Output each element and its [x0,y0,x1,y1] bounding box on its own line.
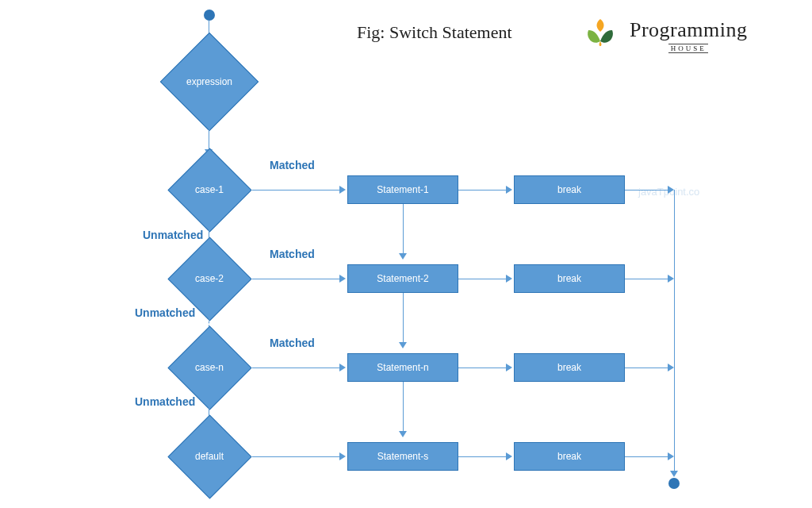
stmtn-node: Statement-n [347,353,458,382]
arrow-right-icon [668,364,674,371]
unmatched-label: Unmatched [135,306,195,319]
break2-node: break [514,264,625,293]
arrow-right-icon [339,364,346,371]
connector [252,279,341,279]
connector [252,456,341,457]
brand-logo: Programming HOUSE [579,14,748,57]
connector [458,190,508,190]
arrow-right-icon [339,452,346,460]
breaks-label: break [557,451,581,462]
stmt2-label: Statement-2 [377,273,428,284]
breaks-node: break [514,442,625,471]
arrow-right-icon [339,275,346,283]
end-node [668,478,680,489]
arrow-right-icon [506,275,512,283]
expression-node: expression [162,54,257,110]
breakn-node: break [514,353,625,382]
break1-node: break [514,175,625,204]
connector [458,368,508,368]
matched-label: Matched [270,337,315,349]
flowchart-canvas: Fig: Switch Statement Programming HOUSE … [0,0,812,508]
arrow-right-icon [668,275,674,283]
connector [625,368,669,368]
arrow-down-icon [399,253,407,260]
start-node [204,10,215,21]
breakn-label: break [557,362,581,373]
arrow-right-icon [668,452,674,460]
arrow-right-icon [339,186,346,194]
connector [403,204,404,255]
unmatched-label: Unmatched [135,395,195,408]
connector [625,456,669,457]
arrow-right-icon [506,364,512,371]
matched-label: Matched [270,248,315,260]
stmt1-node: Statement-1 [347,175,458,204]
break1-label: break [557,184,581,195]
case2-label: case-2 [195,273,224,284]
casen-label: case-n [195,362,224,373]
case1-node: case-1 [162,162,257,217]
connector [458,279,508,279]
matched-label: Matched [270,159,315,171]
connector [625,190,669,190]
stmt2-node: Statement-2 [347,264,458,293]
default-node: default [162,429,257,484]
arrow-right-icon [668,186,674,194]
connector [458,456,508,457]
arrow-down-icon [399,431,407,437]
connector [252,190,341,190]
connector [403,293,404,344]
arrow-down-icon [670,471,678,477]
connector [674,190,675,472]
arrow-right-icon [506,452,512,460]
casen-node: case-n [162,340,257,395]
logo-text: Programming HOUSE [630,18,748,53]
connector [403,382,404,433]
connector [252,368,341,368]
unmatched-label: Unmatched [143,229,203,241]
logo-sub: HOUSE [668,44,708,53]
leaf-icon [579,14,622,57]
expression-label: expression [186,76,232,87]
arrow-down-icon [399,342,407,348]
connector [625,279,669,279]
stmt1-label: Statement-1 [377,184,428,195]
case1-label: case-1 [195,184,224,195]
arrow-right-icon [506,186,512,194]
logo-main: Programming [630,18,748,42]
stmts-label: Statement-s [377,451,429,462]
break2-label: break [557,273,581,284]
default-label: default [195,451,224,462]
case2-node: case-2 [162,251,257,306]
stmtn-label: Statement-n [377,362,428,373]
stmts-node: Statement-s [347,442,458,471]
figure-title: Fig: Switch Statement [357,22,512,43]
